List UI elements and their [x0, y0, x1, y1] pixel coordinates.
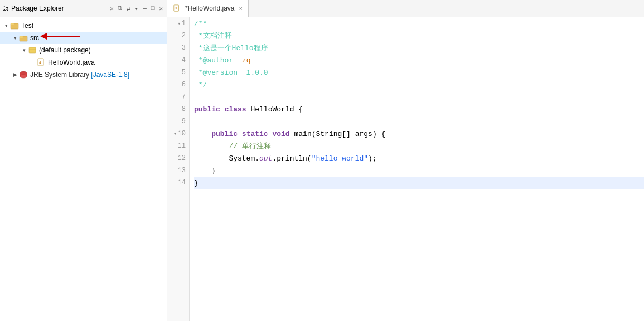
line-num-10: ▾10 [167, 128, 189, 140]
line-num-14: 14 [167, 177, 189, 189]
code-line-8: public class HelloWorld { [194, 103, 644, 115]
line-num-6: 6 [167, 79, 189, 91]
explorer-panel: 🗂 Package Explorer ✕ ⧉ ⇄ ▾ — □ ✕ ▾ Test [0, 0, 167, 321]
svg-rect-6 [29, 47, 36, 53]
editor-tab-bar: J *HelloWorld.java × [167, 0, 644, 17]
tree-label-jre: JRE System Library [JavaSE-1.8] [30, 71, 129, 79]
line-num-2: 2 [167, 30, 189, 42]
project-icon [10, 21, 19, 30]
code-line-7 [194, 91, 644, 103]
explorer-header: 🗂 Package Explorer ✕ ⧉ ⇄ ▾ — □ ✕ [0, 0, 167, 17]
editor-tab-helloworld[interactable]: J *HelloWorld.java × [167, 0, 249, 17]
code-line-9 [194, 115, 644, 128]
code-line-2: *文档注释 [194, 30, 644, 42]
code-line-10: public static void main(String[] args) { [194, 128, 644, 140]
link-editor-button[interactable]: ⇄ [125, 4, 132, 13]
code-line-1: /** [194, 17, 644, 30]
editor-tab-label: *HelloWorld.java [185, 4, 234, 12]
close-panel-button[interactable]: ✕ [157, 4, 164, 13]
tree-item-test[interactable]: ▾ Test [0, 20, 167, 32]
line-num-13: 13 [167, 164, 189, 177]
src-folder-icon [19, 33, 28, 42]
tree-label-helloworld: HelloWorld.java [48, 59, 95, 66]
code-line-3: *这是一个Hello程序 [194, 42, 644, 54]
package-icon [28, 46, 37, 55]
code-line-11: // 单行注释 [194, 140, 644, 152]
svg-rect-3 [20, 36, 23, 38]
java-file-icon: J [37, 58, 46, 67]
collapse-all-button[interactable]: ⧉ [116, 4, 124, 12]
explorer-toolbar: ⧉ ⇄ ▾ — □ ✕ [116, 4, 164, 13]
svg-text:J: J [175, 6, 177, 10]
line-num-12: 12 [167, 152, 189, 164]
tree-label-default-package: (default package) [39, 46, 91, 54]
line-num-3: 3 [167, 42, 189, 54]
tree-label-test: Test [21, 22, 33, 30]
svg-point-12 [20, 75, 27, 78]
line-num-11: 11 [167, 140, 189, 152]
code-area[interactable]: /** *文档注释 *这是一个Hello程序 *@author zq *@ver… [190, 17, 644, 321]
explorer-tree: ▾ Test ▾ src [0, 17, 167, 321]
editor-panel: J *HelloWorld.java × ▾1 2 3 4 5 6 7 8 9 [167, 0, 644, 321]
tree-arrow-test: ▾ [2, 23, 10, 28]
code-line-6: */ [194, 79, 644, 91]
explorer-title: Package Explorer [11, 4, 108, 12]
maximize-button[interactable]: □ [149, 4, 157, 12]
red-arrow-annotation [38, 31, 83, 42]
svg-rect-1 [11, 23, 14, 25]
tree-item-jre[interactable]: ▶ JRE System Library [JavaSE-1.8] [0, 69, 167, 81]
explorer-icon: 🗂 [2, 4, 9, 13]
tree-arrow-src: ▾ [11, 35, 19, 41]
explorer-close-icon[interactable]: ✕ [110, 5, 114, 12]
line-num-4: 4 [167, 54, 189, 66]
svg-text:J: J [39, 60, 41, 64]
tree-item-default-package[interactable]: ▾ (default package) [0, 44, 167, 56]
code-line-12: System. out .println( "hello world" ); [194, 152, 644, 164]
view-menu-button[interactable]: ▾ [133, 4, 141, 13]
java-tab-icon: J [173, 4, 181, 12]
line-num-1: ▾1 [167, 17, 189, 30]
line-numbers: ▾1 2 3 4 5 6 7 8 9 ▾10 11 12 13 14 [167, 17, 190, 321]
code-line-5: *@version 1.0.0 [194, 66, 644, 79]
jre-icon [19, 70, 28, 79]
code-line-13: } [194, 164, 644, 177]
line-num-7: 7 [167, 91, 189, 103]
tree-item-helloworld[interactable]: J HelloWorld.java [0, 56, 167, 69]
tree-item-src[interactable]: ▾ src [0, 32, 167, 44]
minimize-button[interactable]: — [141, 4, 148, 12]
code-line-4: *@author zq [194, 54, 644, 66]
code-line-14: } [194, 177, 644, 189]
line-num-8: 8 [167, 103, 189, 115]
line-num-9: 9 [167, 115, 189, 128]
line-num-5: 5 [167, 66, 189, 79]
tree-arrow-default-package: ▾ [20, 47, 28, 53]
tree-arrow-jre: ▶ [11, 72, 19, 77]
editor-tab-close[interactable]: × [239, 5, 242, 12]
editor-content[interactable]: ▾1 2 3 4 5 6 7 8 9 ▾10 11 12 13 14 [167, 17, 644, 321]
